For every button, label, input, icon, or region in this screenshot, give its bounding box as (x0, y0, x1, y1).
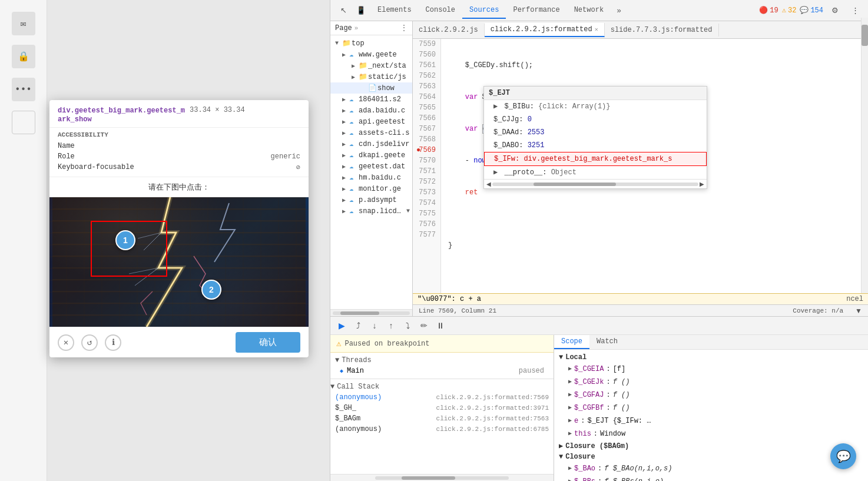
scope-item-cgeia[interactable]: ▶ $_CGEIA: [f] (554, 363, 868, 376)
scope-local-title[interactable]: ▼ Local (554, 352, 868, 363)
cloud-icon-1864: ☁ (349, 95, 357, 104)
tree-item-geetest[interactable]: ▶ ☁ geetest.dat (330, 161, 412, 172)
tooltip-scroll-left[interactable]: ◀ (486, 181, 491, 187)
tree-item-snap[interactable]: ▶ ☁ snap.licdn.c ▼ (330, 205, 412, 217)
step-out-button[interactable]: ↑ (385, 319, 397, 332)
file-tab-click292[interactable]: click.2.9.2.js (413, 24, 485, 37)
tree-item-show[interactable]: 📄 show (330, 82, 412, 94)
step-over-button[interactable]: ⤴ (352, 319, 365, 332)
tree-item-pads[interactable]: ▶ ☁ p.adsympt (330, 194, 412, 205)
scope-key-cgejk: $_CGEJk (574, 377, 604, 387)
tooltip-row-4[interactable]: $_IFw: div.geetest_big_mark.geetest_mark… (484, 152, 707, 166)
tooltip-row-1[interactable]: $_CJJg: 0 (484, 113, 707, 126)
settings-button[interactable]: ⚙ (827, 2, 843, 19)
info-captcha-icon[interactable]: ℹ (105, 334, 121, 351)
sidebar-extra-icon[interactable] (12, 111, 35, 134)
tree-item-top[interactable]: ▼ 📁 top (330, 38, 412, 49)
resume-button[interactable]: ▶ (335, 319, 348, 332)
expand-monitor-arrow: ▶ (342, 185, 349, 193)
tree-item-hm[interactable]: ▶ ☁ hm.baidu.c (330, 172, 412, 183)
circle-marker-2[interactable]: 2 (201, 280, 221, 300)
panel-menu-button[interactable]: ⋮ (400, 24, 408, 32)
tree-item-dkapi[interactable]: ▶ ☁ dkapi.geete (330, 150, 412, 161)
scope-item-cgejk[interactable]: ▶ $_CGEJk: f () (554, 376, 868, 389)
tooltip-scroll-right[interactable]: ▶ (700, 181, 704, 187)
scope-item-cgfbf[interactable]: ▶ $_CGFBf: f () (554, 402, 868, 414)
tree-item-api[interactable]: ▶ ☁ api.geetest (330, 116, 412, 127)
tree-item-static[interactable]: ▶ 📁 static/js (330, 71, 412, 82)
inspect-tool-button[interactable]: ↖ (335, 2, 352, 19)
callstack-item-3[interactable]: (anonymous) click.2.9.2.js:formatted:678… (330, 424, 554, 434)
tab-performance[interactable]: Performance (506, 2, 566, 19)
scope-tab-scope[interactable]: Scope (554, 335, 589, 349)
more-panels-icon[interactable]: » (355, 25, 359, 32)
expression-cancel-btn[interactable]: ncel (846, 295, 863, 303)
scope-key-this: this (574, 429, 591, 439)
more-tabs-button[interactable]: » (611, 2, 627, 19)
tree-item-next[interactable]: ▶ 📁 _next/sta (330, 60, 412, 71)
tooltip-row-0[interactable]: ▶ $_BIBu: {click: Array(1)} (484, 100, 707, 113)
page-tab[interactable]: Page (335, 24, 352, 32)
tree-item-cdn[interactable]: ▶ ☁ cdn.jsdelivr (330, 138, 412, 150)
close-tab-icon[interactable]: ✕ (595, 26, 598, 33)
line-numbers: 7559 7560 7561 7562 7563 7564 7565 7566 … (413, 39, 441, 293)
thread-main[interactable]: ◆ Main paused (335, 366, 549, 376)
tree-item-ada[interactable]: ▶ ☁ ada.baidu.c (330, 105, 412, 116)
line-7574: 7574 (418, 198, 436, 208)
tree-label-snap: snap.licdn.c (359, 207, 405, 215)
file-tab-click292-formatted[interactable]: click.2.9.2.js:formatted ✕ (485, 23, 605, 37)
more-options-button[interactable]: ⋮ (847, 2, 863, 19)
deactivate-breakpoints-button[interactable]: ✏ (418, 319, 430, 332)
tree-item-www[interactable]: ▶ ☁ www.geete (330, 49, 412, 60)
scope-item-cgfaj[interactable]: ▶ $_CGFAJ: f () (554, 389, 868, 402)
tab-sources[interactable]: Sources (462, 2, 506, 19)
dots-icon[interactable]: ••• (12, 78, 35, 101)
close-captcha-icon[interactable]: ✕ (58, 334, 74, 351)
pause-exceptions-button[interactable]: ⏸ (434, 319, 447, 332)
captcha-image[interactable]: 1 2 (49, 197, 309, 327)
callstack-item-2[interactable]: $_BAGm click.2.9.2.js:formatted:7563 (330, 413, 554, 424)
device-tool-button[interactable]: 📱 (353, 2, 369, 19)
tooltip-key-3: $_DABO (493, 141, 519, 150)
file-tree-scrollbar[interactable] (330, 309, 412, 316)
scope-item-bbs[interactable]: ▶ $_BBs: f $_BBs(n,i,o) (554, 475, 868, 481)
tooltip-row-3[interactable]: $_DABO: 3251 (484, 139, 707, 152)
tree-item-assets[interactable]: ▶ ☁ assets-cli.s (330, 127, 412, 138)
tooltip-row-2[interactable]: $_DAAd: 2553 (484, 126, 707, 139)
coverage-toggle-button[interactable]: ▼ (855, 307, 862, 315)
folder-icon-next: 📁 (359, 61, 367, 70)
callstack-item-1[interactable]: $_GH_ click.2.9.2.js:formatted:3971 (330, 403, 554, 413)
step-into-button[interactable]: ↓ (368, 319, 381, 332)
circle-marker-1[interactable]: 1 (115, 230, 135, 250)
scope-item-this[interactable]: ▶ this: Window (554, 427, 868, 440)
lock-icon[interactable]: 🔒 (12, 45, 35, 68)
tab-network[interactable]: Network (567, 2, 611, 19)
scope-item-bao[interactable]: ▶ $_BAo: f $_BAo(n,i,o,s) (554, 462, 868, 475)
confirm-button[interactable]: 确认 (236, 332, 300, 353)
callstack-item-0[interactable]: (anonymous) click.2.9.2.js:formatted:756… (330, 392, 554, 403)
element-name2: ark_show (58, 115, 92, 124)
file-tab-slide[interactable]: slide.7.7.3.js:formatted (605, 24, 719, 37)
tab-elements[interactable]: Elements (370, 2, 419, 19)
file-tabs: click.2.9.2.js click.2.9.2.js:formatted … (413, 21, 868, 39)
scope-closure-title[interactable]: ▼ Closure (554, 452, 868, 462)
scope-closure-bagm-title[interactable]: ▶ Closure ($BAGm) (554, 440, 868, 452)
tree-item-1864[interactable]: ▶ ☁ 1864011.s2 (330, 94, 412, 105)
email-icon[interactable]: ✉ (12, 12, 35, 35)
callstack-fn-1: $_GH_ (335, 404, 356, 412)
chat-bubble[interactable]: 💬 (830, 443, 856, 469)
tree-label-geetest: geetest.dat (359, 162, 405, 171)
threads-label: Threads (342, 356, 371, 364)
threads-arrow: ▼ (335, 356, 339, 364)
scope-tab-watch[interactable]: Watch (589, 335, 625, 349)
refresh-captcha-icon[interactable]: ↺ (81, 334, 98, 351)
tooltip-row-5[interactable]: ▶ __proto__: Object (484, 166, 707, 179)
tree-item-monitor[interactable]: ▶ ☁ monitor.ge (330, 183, 412, 194)
tab-console[interactable]: Console (419, 2, 462, 19)
step-button[interactable]: ⤵ (401, 319, 414, 332)
captcha-image-container: 1 2 (49, 197, 309, 327)
scope-item-e[interactable]: ▶ e: $_EJT {$_IFw: … (554, 414, 868, 427)
cloud-icon-geetest: ☁ (349, 162, 357, 171)
callstack-title[interactable]: ▼ Call Stack (330, 382, 554, 392)
threads-title[interactable]: ▼ Threads (335, 355, 549, 366)
